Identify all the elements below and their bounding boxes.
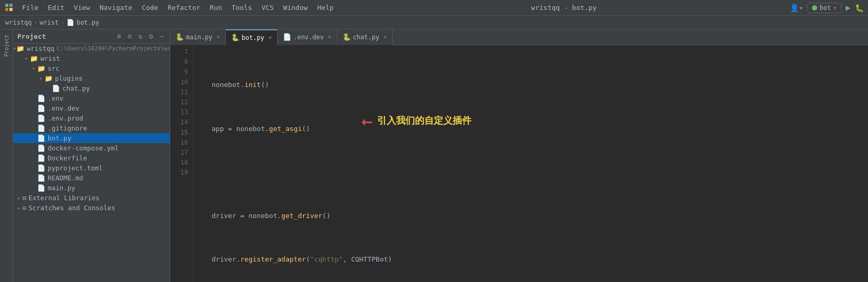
menu-file[interactable]: File	[18, 3, 42, 13]
tree-wrist[interactable]: ▾ 📁 wrist	[13, 53, 170, 63]
close-panel-icon[interactable]: −	[158, 31, 166, 41]
debug-button[interactable]: 🐛	[855, 4, 864, 12]
tree-scratches[interactable]: ▸ ⊟ Scratches and Consoles	[13, 203, 170, 213]
tab-label-env-dev: .env.dev	[293, 34, 324, 41]
sort-icon[interactable]: ⇅	[137, 31, 144, 41]
collapse-all-icon[interactable]: ≡	[126, 31, 133, 41]
tree-bot-py[interactable]: ▸ 📄 bot.py	[13, 133, 170, 143]
folder-icon-wrist: 📁	[30, 55, 38, 62]
tree-label-docker-compose: docker-compose.yml	[48, 144, 118, 152]
menu-view[interactable]: View	[70, 3, 94, 13]
menu-window[interactable]: Window	[279, 3, 312, 13]
menu-tools[interactable]: Tools	[227, 3, 256, 13]
tree-label-pyproject: pyproject.toml	[48, 164, 103, 172]
run-config-name: bot	[819, 4, 831, 12]
tab-icon-env-dev: 📄	[283, 33, 291, 41]
menu-bar: File Edit View Navigate Code Refactor Ru…	[0, 0, 868, 16]
settings-icon[interactable]: ⚙	[147, 31, 155, 41]
menu-help[interactable]: Help	[313, 3, 338, 13]
tree-label-plugins: plugins	[55, 74, 83, 82]
tab-close-chat-py[interactable]: ✕	[383, 34, 387, 40]
folder-icon-plugins: 📁	[45, 74, 53, 82]
run-config-dot	[812, 5, 817, 10]
menu-code[interactable]: Code	[138, 3, 162, 13]
tab-close-bot-py[interactable]: ✕	[269, 34, 272, 41]
breadcrumb-part-0[interactable]: wristqq	[5, 19, 32, 26]
tree-spacer-rm: ▸	[30, 175, 37, 181]
tab-main-py[interactable]: 🐍 main.py ✕	[170, 29, 226, 45]
tree-spacer-chat: ▸	[45, 85, 52, 91]
menu-refactor[interactable]: Refactor	[163, 3, 205, 13]
side-tab-project[interactable]: Project	[2, 31, 11, 60]
tab-env-dev[interactable]: 📄 .env.dev ✕	[278, 29, 337, 45]
tree-label-src: src	[48, 64, 60, 72]
tree-root-wristqq[interactable]: ▾ 📁 wristqq C:\Users\16204\PycharmProjec…	[13, 44, 170, 53]
tree-chat-py[interactable]: ▸ 📄 chat.py	[13, 83, 170, 93]
tree-arrow-src: ▾	[30, 66, 37, 71]
tab-chat-py[interactable]: 🐍 chat.py ✕	[337, 29, 393, 45]
user-icon[interactable]: 👤▾	[790, 4, 803, 12]
tree-pyproject[interactable]: ▸ 📄 pyproject.toml	[13, 163, 170, 173]
code-text-11: driver.register_adapter("cqhttp", CQHTTP…	[212, 254, 392, 265]
tree-spacer-envprod: ▸	[30, 115, 37, 121]
menu-run[interactable]: Run	[206, 3, 226, 13]
menu-navigate[interactable]: Navigate	[95, 3, 137, 13]
breadcrumb: wristqq › wrist › 📄 bot.py	[0, 16, 868, 29]
tab-bar: 🐍 main.py ✕ 🐍 bot.py ✕ 📄 .env.dev ✕ 🐍 ch…	[170, 29, 868, 45]
menu-vcs[interactable]: VCS	[257, 3, 278, 13]
tab-icon-main-py: 🐍	[175, 33, 184, 41]
tree-src[interactable]: ▾ 📁 src	[13, 63, 170, 73]
tree-spacer-df: ▸	[30, 155, 37, 161]
tree-docker-compose[interactable]: ▸ 📄 docker-compose.yml	[13, 143, 170, 153]
tree-dockerfile[interactable]: ▸ 📄 Dockerfile	[13, 153, 170, 163]
run-button[interactable]: ▶	[845, 3, 851, 13]
run-config[interactable]: bot ▾	[807, 3, 841, 13]
tab-bot-py[interactable]: 🐍 bot.py ✕	[226, 29, 278, 45]
tree-readme[interactable]: ▸ 📄 README.md	[13, 173, 170, 183]
menu-edit[interactable]: Edit	[43, 3, 68, 13]
file-icon-docker-compose: 📄	[37, 144, 46, 152]
folder-icon-scratches: ⊟	[23, 204, 27, 212]
tree-spacer-env: ▸	[30, 95, 37, 101]
tree-label-scratches: Scratches and Consoles	[29, 204, 116, 212]
tab-close-env-dev[interactable]: ✕	[328, 34, 332, 40]
tree-env[interactable]: ▸ 📄 .env	[13, 93, 170, 103]
svg-rect-1	[5, 4, 8, 7]
tree-plugins[interactable]: ▾ 📁 plugins	[13, 73, 170, 83]
tab-icon-chat-py: 🐍	[343, 33, 351, 41]
tree-env-dev[interactable]: ▸ 📄 .env.dev	[13, 103, 170, 113]
svg-rect-4	[9, 8, 13, 11]
code-editor[interactable]: 7 8 9 10 11 12 13 14 15 16 17 18 19 none…	[170, 45, 868, 282]
tab-label-chat-py: chat.py	[353, 34, 380, 41]
code-line-9	[201, 167, 868, 178]
tree-label-wrist: wrist	[40, 55, 60, 62]
folder-icon-extlibs: ⊟	[23, 194, 27, 202]
breadcrumb-sep-0: ›	[34, 19, 38, 26]
tree-spacer-git: ▸	[30, 125, 37, 131]
tree-label-env-dev: .env.dev	[48, 104, 79, 112]
folder-icon-root: 📁	[16, 45, 25, 52]
tree-arrow-scratches: ▸	[15, 205, 23, 211]
file-icon-env-prod: 📄	[37, 114, 46, 122]
code-text-8: app = nonebot.get_asgi()	[212, 124, 310, 135]
tree-gitignore[interactable]: ▸ 📄 .gitignore	[13, 123, 170, 133]
folder-icon-src: 📁	[37, 64, 46, 72]
tab-label-bot-py: bot.py	[241, 34, 264, 41]
expand-all-icon[interactable]: ⊕	[115, 31, 123, 41]
tree-label-chat-py: chat.py	[62, 84, 90, 92]
code-line-7: nonebot.init()	[201, 80, 868, 91]
tree-label-env: .env	[48, 94, 63, 102]
tree-spacer-pp: ▸	[30, 165, 37, 171]
code-content[interactable]: nonebot.init() app = nonebot.get_asgi() …	[194, 45, 868, 282]
file-icon-pyproject: 📄	[37, 164, 46, 172]
breadcrumb-part-1[interactable]: wrist	[40, 19, 59, 26]
tree-arrow-wrist: ▾	[23, 56, 30, 61]
tree-main-py[interactable]: ▸ 📄 main.py	[13, 183, 170, 193]
code-text-7: nonebot.init()	[212, 80, 269, 91]
menu-right: 👤▾ bot ▾ ▶ 🐛	[790, 3, 864, 13]
tree-ext-libs[interactable]: ▸ ⊟ External Libraries	[13, 193, 170, 203]
tab-close-main-py[interactable]: ✕	[217, 34, 221, 40]
editor-area: 🐍 main.py ✕ 🐍 bot.py ✕ 📄 .env.dev ✕ 🐍 ch…	[170, 29, 868, 282]
tree-env-prod[interactable]: ▸ 📄 .env.prod	[13, 113, 170, 123]
breadcrumb-part-2[interactable]: bot.py	[76, 19, 99, 26]
